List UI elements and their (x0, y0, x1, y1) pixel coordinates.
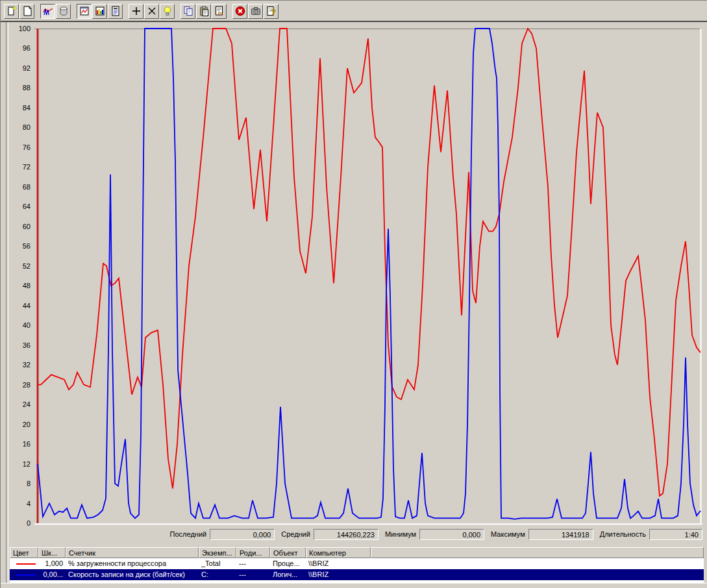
stat-value-0: 0,000 (210, 529, 275, 540)
column-header-4[interactable]: Роди... (236, 547, 270, 558)
object-cell: Логич... (270, 569, 306, 580)
counter-row-1[interactable]: 0,00...Скорость записи на диск (байт/сек… (10, 569, 704, 580)
column-header-0[interactable]: Цвет (10, 547, 38, 558)
stat-label-4: Длительность (600, 530, 646, 538)
stat-value-2: 0,000 (419, 529, 484, 540)
counter-cell: % загруженности процессора (66, 558, 199, 569)
stat-value-4: 1:40 (649, 529, 702, 540)
color-cell (10, 569, 38, 580)
stat-label-0: Последний (170, 530, 207, 538)
instance-cell: _Total (199, 558, 236, 569)
series-color-swatch (16, 574, 36, 576)
stat-label-3: Максимум (491, 530, 525, 538)
scale-cell: 0,00... (38, 569, 66, 580)
value-bar: Последний0,000Средний144260,223Минимум0,… (1, 528, 702, 541)
scale-cell: 1,000 (38, 558, 66, 569)
column-header-6[interactable]: Компьютер (306, 547, 371, 558)
counter-list: 1,000% загруженности процессора_Total---… (10, 558, 704, 583)
bottom-frame (1, 583, 707, 588)
stat-value-1: 144260,223 (314, 529, 378, 540)
stat-label-2: Минимум (385, 530, 416, 538)
color-cell (10, 558, 38, 569)
column-header-5[interactable]: Объект (270, 547, 306, 558)
counter-cell: Скорость записи на диск (байт/сек) (66, 569, 199, 580)
parent-cell: --- (236, 558, 270, 569)
object-cell: Проце... (270, 558, 306, 569)
chart-plot (1, 1, 707, 588)
column-header-3[interactable]: Экземп... (199, 547, 236, 558)
instance-cell: C: (199, 569, 236, 580)
parent-cell: --- (236, 569, 270, 580)
stat-label-1: Средний (281, 530, 310, 538)
stat-value-3: 1341918 (528, 529, 593, 540)
series-line-0 (38, 29, 701, 496)
computer-cell: \\BRIZ (306, 558, 371, 569)
column-header-2[interactable]: Счетчик (66, 547, 199, 558)
counter-list-header: ЦветШк...СчетчикЭкземп...Роди...ОбъектКо… (10, 547, 704, 558)
column-header-filler (371, 547, 704, 558)
right-frame (704, 22, 707, 583)
series-line-1 (38, 29, 701, 519)
performance-monitor-window: ? 04812162024283236404448525660646872768… (0, 0, 707, 588)
counter-row-0[interactable]: 1,000% загруженности процессора_Total---… (10, 558, 704, 569)
column-header-1[interactable]: Шк... (38, 547, 66, 558)
left-frame-groove (6, 22, 8, 583)
computer-cell: \\BRIZ (306, 569, 371, 580)
series-color-swatch (16, 563, 36, 565)
